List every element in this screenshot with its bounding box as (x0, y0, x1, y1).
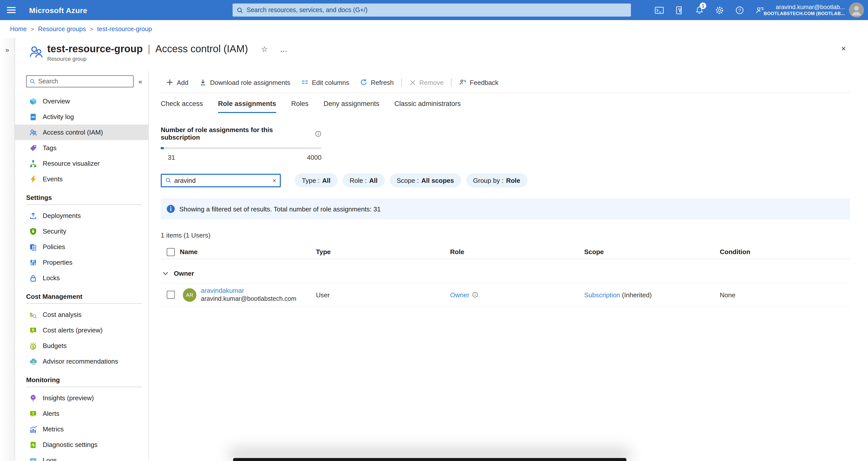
directory-filter-icon[interactable] (671, 2, 687, 18)
feedback-button[interactable]: Feedback (454, 74, 504, 91)
edit-columns-icon (301, 79, 308, 86)
assignee-name-link[interactable]: aravindakumar (201, 286, 244, 294)
tab-role-assignments[interactable]: Role assignments (218, 100, 276, 113)
alerts-icon (29, 409, 37, 418)
sidebar-search-input[interactable] (38, 78, 130, 85)
feedback-icon (459, 79, 466, 86)
sidebar-item-advisor-recommendations[interactable]: Advisor recommendations (15, 354, 148, 369)
svg-text:?: ? (738, 7, 741, 13)
activity-log-icon (29, 113, 37, 121)
info-icon[interactable] (472, 292, 478, 298)
add-button[interactable]: Add (161, 74, 194, 91)
sidebar-item-insights[interactable]: Insights (preview) (15, 390, 148, 406)
clear-search-icon[interactable]: × (273, 177, 276, 184)
tab-deny-assignments[interactable]: Deny assignments (323, 100, 379, 113)
scope-note: (Inherited) (622, 291, 652, 299)
column-header-role[interactable]: Role (450, 248, 584, 256)
policies-icon (29, 243, 37, 251)
cost-alerts-icon: $ (29, 326, 37, 334)
sidebar-item-metrics[interactable]: Metrics (15, 421, 148, 437)
refresh-button[interactable]: Refresh (355, 74, 399, 91)
sidebar-item-access-control[interactable]: Access control (IAM) (15, 125, 148, 140)
sidebar-search[interactable] (26, 75, 134, 87)
tab-check-access[interactable]: Check access (161, 100, 203, 113)
column-header-scope[interactable]: Scope (584, 248, 720, 256)
bottom-dock-bar (233, 458, 626, 461)
sidebar-item-cost-alerts[interactable]: $ Cost alerts (preview) (15, 322, 148, 338)
filter-pill-group-by[interactable]: Group by :Role (466, 173, 527, 187)
select-all-checkbox[interactable] (167, 248, 175, 256)
sidebar-item-label: Cost analysis (43, 311, 82, 318)
more-options-icon[interactable]: … (280, 45, 288, 53)
sidebar-item-label: Metrics (43, 425, 64, 433)
breadcrumb-test-resource-group[interactable]: test-resource-group (97, 26, 152, 33)
sidebar-item-policies[interactable]: Policies (15, 239, 148, 255)
sidebar-item-deployments[interactable]: Deployments (15, 208, 148, 223)
menu-icon[interactable] (0, 0, 22, 20)
deployments-icon (29, 212, 37, 220)
sidebar-item-locks[interactable]: Locks (15, 270, 148, 286)
sidebar-item-tags[interactable]: Tags (15, 140, 148, 156)
expand-panel-icon[interactable]: » (5, 46, 9, 461)
panel-expand-strip[interactable]: » (0, 38, 15, 461)
sidebar-item-events[interactable]: Events (15, 171, 148, 187)
logs-icon (29, 456, 37, 461)
sidebar-item-alerts[interactable]: Alerts (15, 406, 148, 421)
column-header-condition[interactable]: Condition (720, 248, 850, 256)
scope-link[interactable]: Subscription (584, 291, 620, 299)
info-icon[interactable] (315, 130, 321, 137)
filter-pill-scope[interactable]: Scope :All scopes (390, 173, 461, 187)
sidebar-item-label: Cost alerts (preview) (43, 327, 102, 334)
group-row-owner: Owner (161, 267, 850, 279)
sidebar-item-cost-analysis[interactable]: $ Cost analysis (15, 307, 148, 322)
sidebar-item-resource-visualizer[interactable]: Resource visualizer (15, 156, 148, 171)
sidebar-item-security[interactable]: Security (15, 223, 148, 239)
breadcrumb-home[interactable]: Home (10, 26, 27, 33)
brand-title[interactable]: Microsoft Azure (29, 6, 87, 14)
sidebar-group-settings: Settings Deployments Security Policies (15, 194, 148, 286)
favorite-star-icon[interactable]: ☆ (261, 44, 268, 54)
svg-text:$: $ (32, 344, 34, 349)
page-subtitle: Resource group (47, 56, 288, 62)
chevron-down-icon[interactable] (162, 270, 169, 276)
tab-classic-administrators[interactable]: Classic administrators (394, 100, 461, 113)
download-role-assignments-button[interactable]: Download role assignments (194, 74, 296, 91)
breadcrumb: Home > Resource groups > test-resource-g… (0, 20, 868, 38)
row-checkbox[interactable] (167, 291, 175, 299)
insights-icon (29, 394, 37, 402)
search-icon (30, 78, 35, 84)
tab-roles[interactable]: Roles (291, 100, 308, 113)
assignments-search[interactable]: × (161, 174, 281, 187)
notifications-bell-icon[interactable]: 1 (691, 2, 707, 18)
items-summary: 1 items (1 Users) (161, 232, 850, 239)
avatar[interactable] (849, 2, 864, 18)
sidebar-item-overview[interactable]: Overview (15, 93, 148, 109)
global-search-input[interactable] (247, 6, 627, 13)
assignments-search-input[interactable] (174, 177, 270, 184)
sidebar-group-cost-management: Cost Management $ Cost analysis $ Cost a… (15, 293, 148, 369)
collapse-sidebar-icon[interactable]: « (138, 78, 144, 85)
global-search[interactable] (232, 3, 631, 17)
sidebar-item-activity-log[interactable]: Activity log (15, 109, 148, 125)
resource-visualizer-icon (29, 159, 37, 167)
account-menu[interactable]: aravind.kumar@bootlab... BOOTLABSTECH.CO… (764, 0, 864, 20)
cloud-shell-icon[interactable] (651, 2, 667, 18)
role-link[interactable]: Owner (450, 291, 469, 299)
sidebar-item-logs[interactable]: Logs (15, 453, 148, 461)
table-row[interactable]: AR aravindakumar aravind.kumar@bootlabst… (161, 283, 850, 306)
help-icon[interactable]: ? (732, 2, 747, 18)
sidebar-item-diagnostic-settings[interactable]: Diagnostic settings (15, 437, 148, 453)
column-header-name[interactable]: Name (180, 248, 316, 256)
close-icon[interactable]: × (841, 44, 846, 53)
breadcrumb-resource-groups[interactable]: Resource groups (38, 26, 86, 33)
resource-pane: test-resource-group | Access control (IA… (15, 38, 868, 461)
settings-gear-icon[interactable] (711, 2, 727, 18)
column-header-type[interactable]: Type (316, 248, 450, 256)
sidebar-item-budgets[interactable]: $ Budgets (15, 338, 148, 354)
remove-button[interactable]: Remove (404, 74, 449, 91)
sidebar-item-properties[interactable]: Properties (15, 255, 148, 270)
edit-columns-button[interactable]: Edit columns (296, 74, 355, 91)
filter-pill-type[interactable]: Type :All (295, 173, 338, 187)
filter-pill-role[interactable]: Role :All (343, 173, 384, 187)
meter-progress-fill (161, 147, 164, 149)
